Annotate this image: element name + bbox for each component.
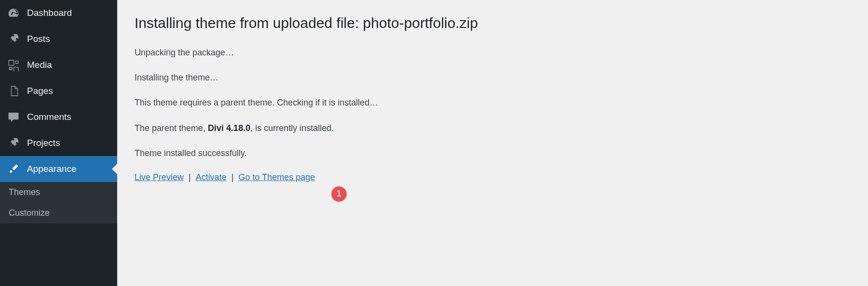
themes-page-link[interactable]: Go to Themes page: [238, 172, 315, 182]
parent-theme-prefix: The parent theme,: [135, 123, 208, 133]
sidebar-item-label: Media: [27, 60, 52, 70]
pin-icon: [7, 136, 20, 150]
action-links: Live Preview | Activate | Go to Themes p…: [135, 172, 851, 182]
parent-theme-suffix: , is currently installed.: [250, 123, 334, 133]
admin-sidebar: Dashboard Posts Media Pages Comments Pro…: [0, 0, 117, 286]
sidebar-item-label: Appearance: [27, 164, 76, 174]
dashboard-icon: [7, 6, 20, 20]
status-success: Theme installed successfully.: [135, 147, 851, 159]
sidebar-item-label: Comments: [27, 112, 71, 122]
sidebar-item-media[interactable]: Media: [0, 52, 117, 78]
sidebar-item-label: Projects: [27, 138, 60, 148]
activate-link[interactable]: Activate: [196, 172, 227, 182]
pin-icon: [7, 32, 20, 46]
sidebar-subitem-themes[interactable]: Themes: [0, 182, 117, 203]
comment-icon: [7, 110, 20, 124]
brush-icon: [7, 162, 20, 176]
sidebar-item-label: Dashboard: [27, 8, 72, 18]
sidebar-item-label: Posts: [27, 34, 50, 44]
separator: |: [186, 172, 193, 182]
parent-theme-name: Divi 4.18.0: [208, 123, 250, 133]
sidebar-item-appearance[interactable]: Appearance: [0, 156, 117, 182]
status-unpacking: Unpacking the package…: [135, 47, 851, 59]
media-icon: [7, 58, 20, 72]
status-parent-check: This theme requires a parent theme. Chec…: [135, 97, 851, 109]
separator: |: [229, 172, 236, 182]
live-preview-link[interactable]: Live Preview: [135, 172, 184, 182]
status-parent-theme: The parent theme, Divi 4.18.0, is curren…: [135, 122, 851, 134]
sidebar-subitem-customize[interactable]: Customize: [0, 203, 117, 223]
sidebar-item-projects[interactable]: Projects: [0, 130, 117, 156]
sidebar-item-pages[interactable]: Pages: [0, 78, 117, 104]
sidebar-subitem-label: Customize: [9, 208, 50, 218]
pages-icon: [7, 84, 20, 98]
sidebar-item-dashboard[interactable]: Dashboard: [0, 0, 117, 26]
main-content: Installing theme from uploaded file: pho…: [117, 0, 868, 286]
annotation-badge: 1: [331, 186, 347, 202]
sidebar-item-comments[interactable]: Comments: [0, 104, 117, 130]
sidebar-item-posts[interactable]: Posts: [0, 26, 117, 52]
sidebar-subitem-label: Themes: [9, 187, 40, 197]
status-installing: Installing the theme…: [135, 72, 851, 84]
sidebar-item-label: Pages: [27, 86, 53, 96]
page-title: Installing theme from uploaded file: pho…: [135, 13, 851, 32]
